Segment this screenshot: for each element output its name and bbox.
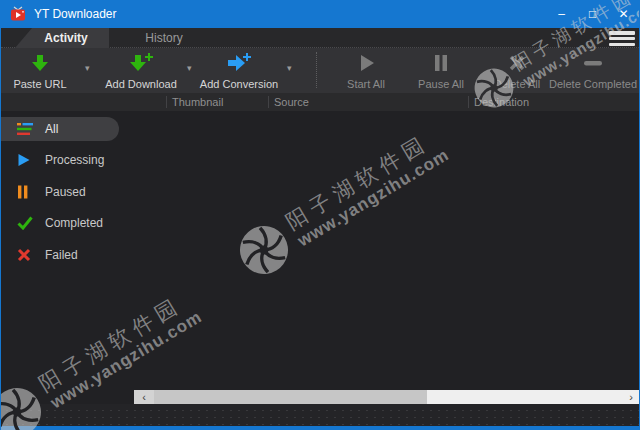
add-download-label: Add Download [105,78,177,90]
start-all-button[interactable]: Start All [326,52,406,90]
paste-url-button[interactable]: Paste URL [1,52,79,90]
watermark-text-url: www.yangzihu.com [295,146,453,250]
maximize-button[interactable]: □ [577,0,608,28]
add-conversion-icon [226,52,252,74]
sidebar-label-failed: Failed [45,248,78,262]
paste-url-dropdown-icon[interactable]: ▾ [85,63,90,73]
minimize-button[interactable]: – [546,0,577,28]
failed-icon [17,248,33,262]
sidebar-label-processing: Processing [45,153,104,167]
column-thumbnail[interactable]: Thumbnail [172,93,223,111]
close-button[interactable]: ✕ [608,0,639,28]
paste-url-label: Paste URL [13,78,66,90]
all-filter-icon [17,122,33,136]
window-bottom-border [1,426,639,430]
paused-icon [17,185,33,199]
toolbar-separator [316,52,317,88]
start-all-label: Start All [347,78,385,90]
tab-activity[interactable]: Activity [15,28,109,48]
pause-all-button[interactable]: Pause All [401,52,481,90]
scroll-right-icon[interactable]: › [621,390,640,404]
app-window: YT Downloader – □ ✕ Activity History Pas… [0,0,640,430]
add-conversion-dropdown-icon[interactable]: ▾ [287,63,292,73]
tab-history[interactable]: History [109,28,219,48]
add-conversion-label: Add Conversion [200,78,278,90]
pause-all-icon [430,52,452,74]
start-all-icon [355,52,377,74]
window-controls: – □ ✕ [546,0,639,28]
tab-bar: Activity History [1,28,639,48]
delete-all-icon [506,52,528,74]
horizontal-scrollbar[interactable]: ‹ › [134,390,640,404]
sidebar-item-failed[interactable]: Failed [1,243,131,267]
sidebar-item-all[interactable]: All [1,117,119,141]
window-title: YT Downloader [34,7,117,21]
sidebar-label-all: All [45,122,58,136]
paste-url-icon [29,52,51,74]
column-destination[interactable]: Destination [474,93,529,111]
sidebar-label-paused: Paused [45,185,86,199]
processing-icon [17,153,33,167]
add-download-icon [128,52,154,74]
sidebar-item-paused[interactable]: Paused [1,180,131,204]
menu-icon[interactable] [609,31,635,46]
watermark-text-cn: 阳子湖软件园 [35,287,195,395]
watermark-text-cn: 阳子湖软件园 [282,125,442,233]
pause-all-label: Pause All [418,78,464,90]
delete-all-label: Delete All [494,78,540,90]
column-source[interactable]: Source [274,93,309,111]
delete-completed-button[interactable]: Delete Completed [545,52,640,90]
add-conversion-button[interactable]: Add Conversion [195,52,283,90]
scroll-left-icon[interactable]: ‹ [134,390,154,404]
toolbar: Paste URL ▾ Add Download ▾ Add Conversio… [1,48,639,93]
title-bar: YT Downloader – □ ✕ [1,0,639,28]
app-logo-icon [10,6,26,22]
add-download-button[interactable]: Add Download [99,52,183,90]
scrollbar-thumb[interactable] [154,390,427,404]
sidebar-item-processing[interactable]: Processing [1,148,131,172]
list-header: Thumbnail Source Destination [1,93,639,111]
add-download-dropdown-icon[interactable]: ▾ [187,63,192,73]
sidebar-item-completed[interactable]: Completed [1,211,131,235]
watermark-spiral-icon [228,214,299,285]
completed-icon [17,216,33,230]
delete-completed-label: Delete Completed [549,78,637,90]
column-separator [268,96,269,108]
column-separator [468,96,469,108]
sidebar-label-completed: Completed [45,216,103,230]
watermark: 阳子湖软件园 www.yangzihu.com [228,121,455,286]
status-strip [1,404,639,426]
delete-completed-icon [582,52,604,74]
column-separator [166,96,167,108]
